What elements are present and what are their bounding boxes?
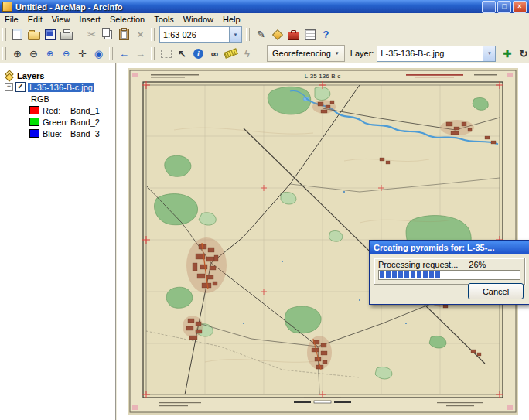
menu-window[interactable]: Window xyxy=(179,14,218,25)
rotate-button[interactable]: ↻ xyxy=(515,46,529,61)
find-button[interactable]: ∞ xyxy=(206,46,223,61)
add-control-points-button[interactable]: ✚ xyxy=(499,46,515,61)
pan-hand-icon: ✛ xyxy=(78,49,87,59)
new-map-button[interactable] xyxy=(9,27,26,43)
checkmark-icon: ✓ xyxy=(17,82,23,90)
print-button[interactable] xyxy=(58,27,74,43)
layer-combo[interactable]: L-35-136-B-c.jpg ▼ xyxy=(377,46,496,62)
dialog-title: Creating pyramids for: L-35-... xyxy=(374,243,494,252)
fixed-zoom-in-button[interactable]: ⊕ xyxy=(42,46,58,61)
band-label: Red: xyxy=(43,106,70,115)
editor-toolbar-button[interactable]: ✎ xyxy=(253,27,269,43)
toc-band-row: Red: Band_1 xyxy=(0,104,115,116)
arcmap-app-icon xyxy=(2,2,12,12)
add-data-button[interactable] xyxy=(269,27,285,43)
progress-label: Processing request... xyxy=(378,260,458,269)
binoculars-icon: ∞ xyxy=(211,49,218,59)
globe-icon: ◉ xyxy=(94,49,103,59)
full-extent-button[interactable]: ◉ xyxy=(90,46,107,61)
layer-label: Layer: xyxy=(350,49,374,58)
paste-icon xyxy=(119,29,129,40)
go-back-button[interactable]: ← xyxy=(116,46,132,61)
help-icon: ? xyxy=(323,29,329,39)
lightning-icon: ϟ xyxy=(244,49,250,59)
cancel-button[interactable]: Cancel xyxy=(468,283,524,299)
toolbar-grip[interactable] xyxy=(246,28,250,41)
toc-rgb-label[interactable]: RGB xyxy=(31,94,49,104)
title-bar: Untitled - ArcMap - ArcInfo _ □ × xyxy=(0,0,529,13)
arcmap-window: Untitled - ArcMap - ArcInfo _ □ × File E… xyxy=(0,0,529,420)
toolbar-grip[interactable] xyxy=(109,47,113,60)
fixed-zoom-out-button[interactable]: ⊖ xyxy=(58,46,74,61)
band-name: Band_2 xyxy=(70,118,100,127)
progress-group-box: Processing request... 26% xyxy=(374,258,525,285)
chevron-down-icon[interactable]: ▼ xyxy=(229,27,241,42)
cut-icon: ✂ xyxy=(87,29,96,39)
select-elements-button[interactable]: ↖ xyxy=(174,46,190,61)
dropdown-arrow-icon: ▼ xyxy=(335,51,340,56)
identify-icon: i xyxy=(193,49,203,59)
menu-view[interactable]: View xyxy=(47,14,75,25)
toolbar-grip[interactable] xyxy=(2,28,6,41)
toolbar-grip[interactable] xyxy=(258,47,261,60)
menu-selection[interactable]: Selection xyxy=(105,14,149,25)
menu-insert[interactable]: Insert xyxy=(74,14,105,25)
close-button[interactable]: × xyxy=(513,1,527,13)
toolbox-icon xyxy=(288,32,299,40)
toc-layer-name[interactable]: L-35-136-B-c.jpg xyxy=(28,83,94,92)
delete-button[interactable]: × xyxy=(132,27,148,43)
add-data-icon xyxy=(271,29,282,39)
minimize-button[interactable]: _ xyxy=(482,1,496,13)
band-label: Blue: xyxy=(43,129,70,138)
toolbar-grip[interactable] xyxy=(2,47,6,60)
pan-button[interactable]: ✛ xyxy=(74,46,90,61)
progress-bar xyxy=(378,270,520,280)
maximize-button[interactable]: □ xyxy=(497,1,511,13)
go-forward-button[interactable]: → xyxy=(132,46,148,61)
zoom-out-button[interactable]: ⊖ xyxy=(26,46,42,61)
identify-button[interactable]: i xyxy=(190,46,206,61)
toolbar-grip[interactable] xyxy=(77,28,80,41)
georeferencing-menu[interactable]: Georeferencing ▼ xyxy=(267,45,345,62)
toc-band-row: Blue: Band_3 xyxy=(0,128,115,139)
save-floppy-icon xyxy=(45,29,56,40)
chevron-down-icon[interactable]: ▼ xyxy=(483,46,495,61)
menu-help[interactable]: Help xyxy=(218,14,245,25)
help-button[interactable]: ? xyxy=(318,27,334,43)
georeferencing-label: Georeferencing xyxy=(272,49,331,58)
cursor-arrow-icon: ↖ xyxy=(178,49,186,59)
add-points-icon: ✚ xyxy=(503,49,511,59)
layer-visibility-checkbox[interactable]: ✓ xyxy=(15,82,26,92)
dropdown-arrow-icon: ▼ xyxy=(487,51,492,56)
pencil-icon: ✎ xyxy=(257,29,265,39)
tools-toolbar: ⊕ ⊖ ⊕ ⊖ ✛ ◉ ← → ↖ i ∞ ϟ Georeferencing ▼… xyxy=(0,44,529,63)
select-features-button[interactable] xyxy=(158,46,174,61)
toolbar-grip[interactable] xyxy=(151,47,155,60)
menu-tools[interactable]: Tools xyxy=(149,14,179,25)
arctoolbox-button[interactable] xyxy=(285,27,302,43)
map-sheet-label: L-35-136-B-c xyxy=(305,73,341,80)
open-button[interactable] xyxy=(26,27,42,43)
zoom-in-icon: ⊕ xyxy=(13,49,22,59)
pyramids-dialog: Creating pyramids for: L-35-... Processi… xyxy=(369,240,529,305)
map-scale-combo[interactable]: 1:63 026 ▼ xyxy=(159,26,242,43)
zoom-in-button[interactable]: ⊕ xyxy=(9,46,26,61)
open-folder-icon xyxy=(28,32,40,40)
band-name: Band_1 xyxy=(70,106,100,115)
back-arrow-icon: ← xyxy=(119,49,129,59)
copy-button[interactable] xyxy=(100,27,116,43)
new-document-icon xyxy=(12,29,22,40)
menu-file[interactable]: File xyxy=(0,14,23,25)
hyperlink-button[interactable]: ϟ xyxy=(239,46,255,61)
toolbar-grip[interactable] xyxy=(151,28,155,41)
dialog-title-bar[interactable]: Creating pyramids for: L-35-... xyxy=(370,241,529,254)
paste-button[interactable] xyxy=(116,27,132,43)
menu-edit[interactable]: Edit xyxy=(23,14,47,25)
toc-layers-root[interactable]: Layers xyxy=(0,70,115,81)
save-button[interactable] xyxy=(42,27,58,43)
measure-button[interactable] xyxy=(223,46,239,61)
commands-button[interactable] xyxy=(302,27,318,43)
collapse-toggle[interactable]: − xyxy=(5,83,13,91)
zoom-out-icon: ⊖ xyxy=(29,49,38,59)
cut-button[interactable]: ✂ xyxy=(84,27,100,43)
